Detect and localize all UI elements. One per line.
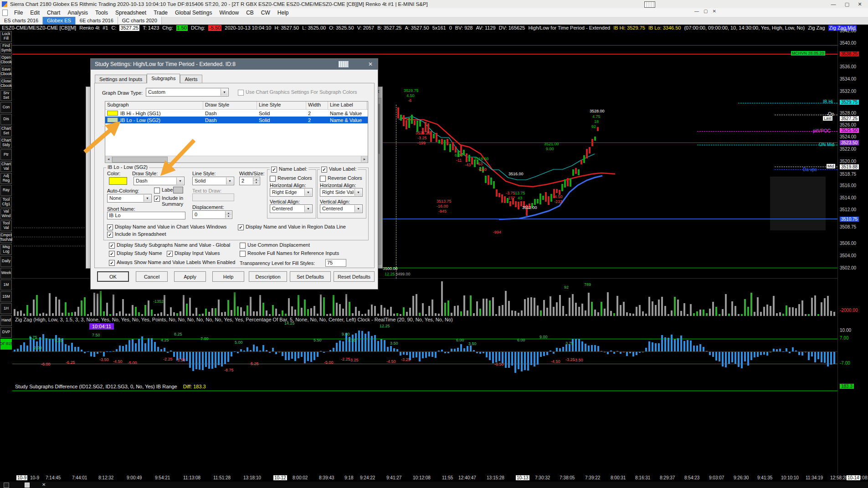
- chart-tab-6e-charts-2016[interactable]: 6E charts 2016: [76, 17, 118, 25]
- checkbox-display-in-region-data[interactable]: Display Name and Value in Region Data Li…: [238, 224, 346, 230]
- checkbox-label-color[interactable]: Label: [154, 187, 174, 193]
- sidebar-button-con[interactable]: Con: [0, 102, 12, 113]
- sidebar-button-daily[interactable]: Daily: [0, 256, 12, 267]
- line-style-select[interactable]: Solid: [192, 177, 234, 185]
- dialog-close-icon[interactable]: ✕: [366, 61, 375, 68]
- window-preview-icon[interactable]: [25, 483, 30, 488]
- menu-item-window[interactable]: Window: [216, 9, 242, 17]
- short-name-input[interactable]: IB Lo: [107, 212, 185, 219]
- sidebar-button-df-815[interactable]: DF:815: [0, 339, 12, 350]
- sidebar-button-open-cbook[interactable]: Open Cbook: [0, 55, 12, 66]
- color-swatch-button[interactable]: [109, 177, 127, 185]
- menu-item-trade[interactable]: Trade: [150, 9, 171, 17]
- sidebar-button-cmpct-toolval[interactable]: Cmpct ToolVal: [0, 232, 12, 243]
- cancel-button[interactable]: Cancel: [136, 271, 168, 282]
- checkbox-include-in-spreadsheet[interactable]: Include in Spreadsheet: [107, 231, 166, 238]
- grid-horizontal-scrollbar[interactable]: [105, 156, 368, 163]
- tab-subgraphs[interactable]: Subgraphs: [147, 74, 180, 83]
- menu-item-edit[interactable]: Edit: [26, 9, 43, 17]
- menu-item-help[interactable]: Help: [274, 9, 293, 17]
- sidebar-button-msg-log[interactable]: Msg Log: [0, 244, 12, 255]
- menu-item-tools[interactable]: Tools: [92, 9, 112, 17]
- displacement-spinner[interactable]: 0: [192, 210, 232, 219]
- sidebar-button-1m[interactable]: 1M: [0, 280, 12, 290]
- set-defaults-button[interactable]: Set Defaults: [290, 271, 331, 282]
- chart-tab-globex-es[interactable]: Globex ES: [43, 17, 76, 25]
- graph-draw-type-select[interactable]: Custom: [146, 88, 229, 97]
- grid-scrollbar-thumb[interactable]: [112, 157, 168, 163]
- sidebar-button-close-cbook[interactable]: Close Cbook: [0, 78, 12, 89]
- help-button[interactable]: Help: [212, 271, 244, 282]
- sidebar-button-chart-stdy[interactable]: Chart Stdy: [0, 137, 12, 148]
- mdi-close-button[interactable]: ✕: [712, 9, 716, 14]
- menu-item-chart[interactable]: Chart: [43, 9, 64, 17]
- reset-defaults-button[interactable]: Reset Defaults: [334, 271, 375, 282]
- auto-coloring-select[interactable]: None: [107, 194, 152, 203]
- sidebar-button-adj-reg[interactable]: Adj Reg: [0, 173, 12, 184]
- value-horizontal-align-select[interactable]: Right Side Valu: [320, 188, 363, 197]
- menu-item-cw[interactable]: CW: [257, 9, 274, 17]
- sidebar-button-chart-val[interactable]: Chart Val: [0, 161, 12, 172]
- checkbox-reverse-colors-name[interactable]: Reverse Colors: [270, 175, 312, 182]
- checkbox-resolve-full-names[interactable]: Resolve Full Names for Reference Inputs: [240, 250, 339, 257]
- name-vertical-align-select[interactable]: Centered: [270, 204, 313, 213]
- transparency-input[interactable]: 75: [325, 259, 346, 267]
- sidebar-button-1h[interactable]: 1H: [0, 303, 12, 314]
- touch-keyboard-icon[interactable]: [644, 1, 655, 8]
- checkbox-use-common-displacement[interactable]: Use Common Displacement: [240, 242, 310, 249]
- keyboard-icon[interactable]: [339, 61, 349, 67]
- label-color-swatch[interactable]: [173, 187, 183, 193]
- sidebar-button-dvp[interactable]: DVP: [0, 327, 12, 338]
- sidebar-button-lock-fill[interactable]: Lock Fill: [0, 31, 12, 42]
- chart-tab-gc-charts-2020[interactable]: GC charts 2020: [118, 17, 162, 25]
- sidebar-button-chart-set[interactable]: Chart Set: [0, 126, 12, 137]
- grid-header-line-style[interactable]: Line Style: [257, 102, 306, 109]
- subgraph-row-1[interactable]: IB Hi - High (SG1)DashSolid2Name & Value: [105, 110, 368, 117]
- mdi-minimize-button[interactable]: —: [694, 9, 699, 14]
- checkbox-always-show-labels[interactable]: Always Show Name and Value Labels When E…: [109, 259, 235, 266]
- description-button[interactable]: Description: [249, 271, 287, 282]
- start-icon[interactable]: [4, 483, 9, 488]
- sidebar-button-ptr[interactable]: Ptr: [0, 149, 12, 160]
- checkbox-reverse-colors-value[interactable]: Reverse Colors: [320, 175, 362, 182]
- menu-item-analysis[interactable]: Analysis: [64, 9, 92, 17]
- subgraph-row-2[interactable]: IB Lo - Low (SG2)DashSolid2Name & Value: [105, 117, 368, 123]
- sidebar-button-tool-val[interactable]: Tool Val: [0, 220, 12, 231]
- text-to-draw-input[interactable]: [192, 193, 234, 201]
- checkbox-name-label[interactable]: Name Label:: [271, 166, 307, 173]
- value-vertical-align-select[interactable]: Centered: [320, 204, 363, 213]
- sidebar-button-tool-cfg1[interactable]: Tool Cfg1: [0, 197, 12, 208]
- minimize-button[interactable]: —: [827, 0, 840, 8]
- close-button[interactable]: ✕: [853, 0, 866, 8]
- checkbox-value-label[interactable]: Value Label:: [321, 166, 356, 173]
- checkbox-use-chart-graphics[interactable]: Use Chart Graphics Settings For Subgraph…: [238, 89, 357, 96]
- checkbox-display-study-name[interactable]: Display Study Name: [109, 250, 162, 257]
- menu-item-file[interactable]: File: [10, 9, 26, 17]
- sidebar-button-find-symb[interactable]: Find Symb: [0, 43, 12, 54]
- menu-item-spreadsheet[interactable]: Spreadsheet: [112, 9, 150, 17]
- apply-button[interactable]: Apply: [174, 271, 206, 282]
- menu-item-global-settings[interactable]: Global Settings: [171, 9, 216, 17]
- checkbox-display-in-chart-values[interactable]: Display Name and Value in Chart Values W…: [107, 224, 226, 230]
- name-horizontal-align-select[interactable]: Right Edge: [270, 188, 313, 197]
- sidebar-button-week[interactable]: Week: [0, 268, 12, 279]
- sidebar-button-ray[interactable]: Ray: [0, 185, 12, 196]
- sidebar-button-val-wind[interactable]: Val Wind: [0, 208, 12, 219]
- grid-header-width[interactable]: Width: [306, 102, 328, 109]
- draw-style-select[interactable]: Dash: [134, 177, 185, 185]
- tab-settings-and-inputs[interactable]: Settings and Inputs: [95, 75, 147, 83]
- taskbar-close-icon[interactable]: ✕: [42, 482, 46, 487]
- grid-header-draw-style[interactable]: Draw Style: [203, 102, 257, 109]
- sidebar-button-hand[interactable]: Hand: [0, 315, 12, 326]
- checkbox-include-in-summary[interactable]: Include in Summary: [154, 195, 188, 207]
- sidebar-button-dis[interactable]: Dis: [0, 114, 12, 125]
- dialog-titlebar[interactable]: Study Settings: High/Low for Time Period…: [91, 59, 378, 70]
- price-scale[interactable]: [837, 31, 868, 474]
- maximize-button[interactable]: ▢: [841, 0, 853, 8]
- checkbox-display-subgraphs-global[interactable]: Display Study Subgraphs Name and Value -…: [109, 242, 230, 249]
- mdi-restore-button[interactable]: ▢: [704, 9, 708, 14]
- grid-header-subgraph[interactable]: Subgraph: [105, 102, 203, 109]
- ok-button[interactable]: OK: [97, 271, 129, 282]
- grid-header-line-label[interactable]: Line Label: [328, 102, 367, 109]
- checkbox-display-input-values[interactable]: Display Input Values: [167, 250, 220, 257]
